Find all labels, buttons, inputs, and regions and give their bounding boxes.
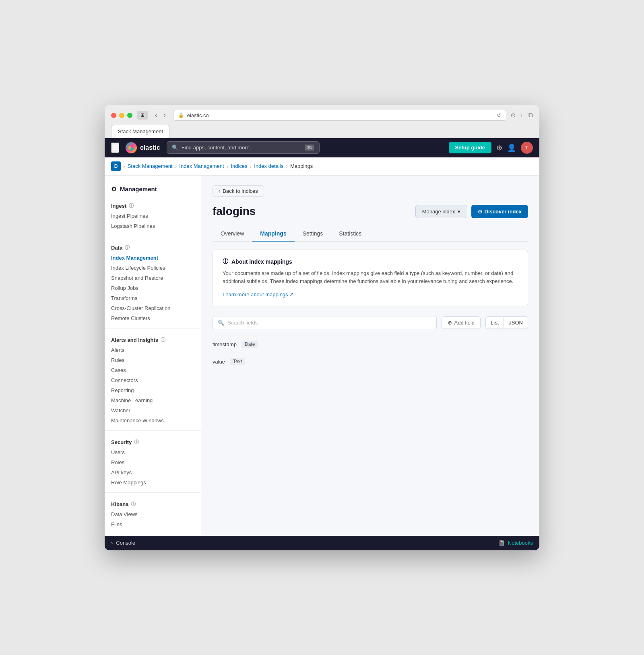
sidebar-item-index-management[interactable]: Index Management xyxy=(105,253,201,263)
sidebar-item-maintenance-windows[interactable]: Maintenance Windows xyxy=(105,415,201,426)
reload-icon: ↺ xyxy=(497,112,501,118)
view-toggle: List JSON xyxy=(485,316,528,329)
info-card-title: ⓘ About index mappings xyxy=(223,258,518,265)
field-row-timestamp: timestamp Date xyxy=(213,336,528,353)
sidebar: ⚙ Management Ingest ⓘ Ingest Pipelines L… xyxy=(105,176,201,536)
list-view-button[interactable]: List xyxy=(485,316,504,329)
info-circle-icon: ⓘ xyxy=(223,258,228,265)
address-bar[interactable]: 🔒 elastic.co ↺ xyxy=(173,110,506,121)
sidebar-item-machine-learning[interactable]: Machine Learning xyxy=(105,395,201,405)
management-label: Management xyxy=(120,186,157,192)
tab-settings[interactable]: Settings xyxy=(295,226,331,242)
sidebar-item-alerts[interactable]: Alerts xyxy=(105,345,201,355)
sidebar-section-alerts: Alerts and Insights ⓘ xyxy=(105,333,201,345)
breadcrumb-mappings: Mappings xyxy=(290,163,313,169)
logo-text: elastic xyxy=(140,144,160,151)
traffic-light-maximize[interactable] xyxy=(127,113,132,118)
sidebar-item-role-mappings[interactable]: Role Mappings xyxy=(105,477,201,488)
field-type-value: Text xyxy=(230,358,245,365)
bottom-bar: › Console 📓 Notebooks xyxy=(105,536,539,550)
tab-overview[interactable]: Overview xyxy=(213,226,252,242)
hamburger-menu[interactable]: ☰ xyxy=(111,143,119,153)
json-view-button[interactable]: JSON xyxy=(504,316,528,329)
index-actions: Manage index ▾ ⊙ Discover index xyxy=(415,205,528,218)
breadcrumb-sep-0: › xyxy=(123,163,125,169)
sidebar-item-files[interactable]: Files xyxy=(105,519,201,529)
learn-more-link[interactable]: Learn more about mappings ↗ xyxy=(223,291,294,298)
discover-index-label: Discover index xyxy=(485,209,522,215)
traffic-light-minimize[interactable] xyxy=(119,113,124,118)
breadcrumb-index-details[interactable]: Index details xyxy=(254,163,283,169)
users-icon[interactable]: 👤 xyxy=(507,143,516,152)
svg-point-2 xyxy=(128,146,131,150)
sidebar-item-data-views[interactable]: Data Views xyxy=(105,509,201,519)
index-header: falogins Manage index ▾ ⊙ Discover index xyxy=(213,205,528,218)
sidebar-item-cases[interactable]: Cases xyxy=(105,365,201,375)
manage-index-label: Manage index xyxy=(422,209,455,215)
nav-back-btn[interactable]: ‹ xyxy=(153,111,159,120)
manage-index-button[interactable]: Manage index ▾ xyxy=(415,205,467,218)
field-name-timestamp: timestamp xyxy=(213,341,237,347)
index-tabs: Overview Mappings Settings Statistics xyxy=(213,226,528,242)
sidebar-item-watcher[interactable]: Watcher xyxy=(105,405,201,415)
sidebar-toggle-btn[interactable]: ⊞ xyxy=(137,111,148,120)
sidebar-item-api-keys[interactable]: API keys xyxy=(105,467,201,477)
add-field-label: Add field xyxy=(454,320,475,326)
sidebar-item-ingest-pipelines[interactable]: Ingest Pipelines xyxy=(105,211,201,221)
sidebar-item-users[interactable]: Users xyxy=(105,447,201,457)
sidebar-item-rollup-jobs[interactable]: Rollup Jobs xyxy=(105,283,201,293)
tab-mappings[interactable]: Mappings xyxy=(252,226,294,242)
chevron-left-icon: ‹ xyxy=(219,188,220,194)
tabs-btn[interactable]: ⧉ xyxy=(528,112,533,119)
sidebar-item-cross-cluster[interactable]: Cross-Cluster Replication xyxy=(105,303,201,313)
breadcrumb-stack-management[interactable]: Stack Management xyxy=(128,163,173,169)
add-field-button[interactable]: ⊕ Add field xyxy=(442,316,481,329)
breadcrumb-sep-3: › xyxy=(250,163,252,169)
sidebar-item-remote-clusters[interactable]: Remote Clusters xyxy=(105,313,201,323)
ingest-info-icon: ⓘ xyxy=(129,202,134,209)
breadcrumb-bar: D › Stack Management › Index Management … xyxy=(105,157,539,176)
sidebar-item-logstash-pipelines[interactable]: Logstash Pipelines xyxy=(105,221,201,231)
setup-guide-button[interactable]: Setup guide xyxy=(449,142,491,153)
address-text: elastic.co xyxy=(187,112,209,118)
console-toggle[interactable]: › Console xyxy=(111,540,135,546)
field-row-value: value Text xyxy=(213,353,528,370)
browser-tab[interactable]: Stack Management xyxy=(111,125,170,138)
breadcrumb-indices[interactable]: Indices xyxy=(231,163,247,169)
sidebar-item-transforms[interactable]: Transforms xyxy=(105,293,201,303)
search-placeholder: Find apps, content, and more. xyxy=(182,145,251,151)
help-icon[interactable]: ⊕ xyxy=(496,143,502,152)
new-tab-btn[interactable]: + xyxy=(520,112,524,119)
lock-icon: 🔒 xyxy=(178,113,184,118)
nav-forward-btn[interactable]: › xyxy=(161,111,168,120)
field-type-timestamp: Date xyxy=(242,341,258,348)
console-label: Console xyxy=(116,540,135,546)
search-icon: 🔍 xyxy=(172,145,178,151)
alerts-info-icon: ⓘ xyxy=(161,337,165,343)
mappings-info-card: ⓘ About index mappings Your documents ar… xyxy=(213,250,528,307)
sidebar-section-security: Security ⓘ xyxy=(105,436,201,447)
search-fields-input[interactable]: 🔍 Search fields xyxy=(213,316,437,329)
user-avatar[interactable]: T xyxy=(521,142,533,154)
notebooks-button[interactable]: 📓 Notebooks xyxy=(498,540,533,546)
sidebar-item-reporting[interactable]: Reporting xyxy=(105,385,201,395)
sidebar-item-roles[interactable]: Roles xyxy=(105,457,201,467)
breadcrumb-sep-4: › xyxy=(286,163,288,169)
global-search[interactable]: 🔍 Find apps, content, and more. ⌘/ xyxy=(167,141,320,154)
sidebar-item-snapshot-restore[interactable]: Snapshot and Restore xyxy=(105,273,201,283)
back-to-indices-button[interactable]: ‹ Back to indices xyxy=(213,185,264,197)
chevron-up-icon: › xyxy=(111,540,113,546)
search-shortcut: ⌘/ xyxy=(305,145,314,151)
sidebar-item-rules[interactable]: Rules xyxy=(105,355,201,365)
main-layout: ⚙ Management Ingest ⓘ Ingest Pipelines L… xyxy=(105,176,539,536)
sidebar-item-index-lifecycle[interactable]: Index Lifecycle Policies xyxy=(105,263,201,273)
traffic-light-close[interactable] xyxy=(111,113,116,118)
tab-statistics[interactable]: Statistics xyxy=(331,226,369,242)
breadcrumb-index-management[interactable]: Index Management xyxy=(179,163,224,169)
top-nav-right: Setup guide ⊕ 👤 T xyxy=(449,142,533,154)
sidebar-item-connectors[interactable]: Connectors xyxy=(105,375,201,385)
breadcrumb-d-badge: D xyxy=(111,161,121,171)
discover-index-button[interactable]: ⊙ Discover index xyxy=(471,205,528,218)
main-content: ‹ Back to indices falogins Manage index … xyxy=(201,176,539,536)
share-btn[interactable]: ⎋ xyxy=(511,112,515,119)
